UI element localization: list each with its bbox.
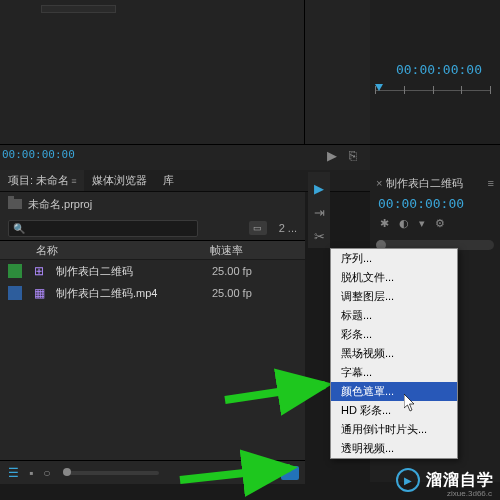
search-icon: 🔍	[13, 223, 25, 234]
zoom-slider[interactable]	[63, 471, 159, 475]
monitor-area: 00:00:00:00 00:00:00:00 ▶ ⎘	[0, 0, 500, 170]
tab-menu-icon[interactable]: ≡	[71, 176, 76, 186]
list-item[interactable]: ▦ 制作表白二维码.mp4 25.00 fp	[0, 282, 305, 304]
col-name[interactable]: 名称	[30, 243, 210, 258]
watermark-url: zixue.3d66.c	[447, 489, 492, 498]
menu-color-matte[interactable]: 颜色遮罩...	[331, 382, 457, 401]
marker-icon[interactable]: ▾	[419, 217, 425, 230]
col-fps[interactable]: 帧速率	[210, 243, 280, 258]
find-icon[interactable]: ◌	[261, 466, 275, 480]
project-bin-row: 未命名.prproj	[0, 192, 305, 216]
track-select-tool[interactable]: ⇥	[308, 200, 330, 224]
menu-title[interactable]: 标题...	[331, 306, 457, 325]
item-name: 制作表白二维码.mp4	[50, 286, 212, 301]
panel-menu-icon[interactable]: ≡	[488, 177, 494, 189]
menu-countdown[interactable]: 通用倒计时片头...	[331, 420, 457, 439]
label-tag[interactable]	[8, 264, 22, 278]
snap-icon[interactable]: ✱	[380, 217, 389, 230]
bin-icon[interactable]	[8, 199, 22, 209]
project-search-row: 🔍 ▭ 2 ...	[0, 216, 305, 240]
sequence-icon: ⊞	[34, 264, 50, 278]
close-icon[interactable]: ×	[376, 177, 382, 189]
item-fps: 25.00 fp	[212, 265, 252, 277]
item-fps: 25.00 fp	[212, 287, 252, 299]
source-thumb[interactable]	[41, 5, 116, 13]
source-monitor	[0, 0, 305, 145]
selection-tool[interactable]: ▶	[308, 176, 330, 200]
menu-sequence[interactable]: 序列...	[331, 249, 457, 268]
search-input[interactable]: 🔍	[8, 220, 198, 237]
menu-black-video[interactable]: 黑场视频...	[331, 344, 457, 363]
item-name: 制作表白二维码	[50, 264, 212, 279]
list-item[interactable]: ⊞ 制作表白二维码 25.00 fp	[0, 260, 305, 282]
list-view-icon[interactable]: ☰	[6, 466, 21, 480]
menu-offline-file[interactable]: 脱机文件...	[331, 268, 457, 287]
watermark: ▶ 溜溜自学 zixue.3d66.c	[330, 460, 500, 500]
label-tag[interactable]	[8, 286, 22, 300]
project-panel: 未命名.prproj 🔍 ▭ 2 ... 名称 帧速率 ⊞ 制作表白二维码 25…	[0, 192, 305, 482]
freeform-view-icon[interactable]: ○	[41, 466, 52, 480]
tab-library[interactable]: 库	[155, 170, 182, 191]
project-name: 未命名.prproj	[28, 197, 92, 212]
timeline-header: × 制作表白二维码 ≡	[370, 172, 500, 194]
clip-icon: ▦	[34, 286, 50, 300]
tab-library-label: 库	[163, 173, 174, 188]
menu-transparent-video[interactable]: 透明视频...	[331, 439, 457, 458]
new-item-menu: 序列... 脱机文件... 调整图层... 标题... 彩条... 黑场视频..…	[330, 248, 458, 459]
tab-project[interactable]: 项目: 未命名 ≡	[0, 170, 84, 191]
icon-view-icon[interactable]: ▪	[27, 466, 35, 480]
program-ruler[interactable]	[375, 84, 490, 96]
menu-captions[interactable]: 字幕...	[331, 363, 457, 382]
timeline-title: 制作表白二维码	[386, 176, 463, 191]
new-item-button[interactable]	[281, 466, 299, 480]
tab-media-label: 媒体浏览器	[92, 173, 147, 188]
play-icon[interactable]: ▶	[327, 148, 340, 163]
list-body: ⊞ 制作表白二维码 25.00 fp ▦ 制作表白二维码.mp4 25.00 f…	[0, 260, 305, 464]
source-timecode[interactable]: 00:00:00:00	[2, 148, 75, 161]
watermark-text: 溜溜自学	[426, 470, 494, 491]
settings-icon[interactable]: ⚙	[435, 217, 445, 230]
timeline-controls: ✱ ◐ ▾ ⚙	[370, 213, 500, 234]
tab-media-browser[interactable]: 媒体浏览器	[84, 170, 155, 191]
item-count: 2 ...	[279, 222, 297, 234]
program-timecode[interactable]: 00:00:00:00	[396, 62, 482, 77]
play-logo-icon: ▶	[396, 468, 420, 492]
list-header: 名称 帧速率	[0, 240, 305, 260]
link-icon[interactable]: ◐	[399, 217, 409, 230]
export-icon[interactable]: ⎘	[349, 148, 360, 163]
filter-icon[interactable]: ▭	[249, 221, 267, 235]
menu-adjustment-layer[interactable]: 调整图层...	[331, 287, 457, 306]
tools-panel: ▶ ⇥ ✂	[308, 172, 330, 248]
menu-hd-bars[interactable]: HD 彩条...	[331, 401, 457, 420]
tab-project-label: 项目: 未命名	[8, 173, 69, 188]
menu-bars[interactable]: 彩条...	[331, 325, 457, 344]
timeline-timecode[interactable]: 00:00:00:00	[370, 194, 500, 213]
transport-controls: ▶ ⎘	[325, 148, 360, 163]
project-toolbar: ☰ ▪ ○ ◌	[0, 460, 305, 484]
ripple-tool[interactable]: ✂	[308, 224, 330, 248]
